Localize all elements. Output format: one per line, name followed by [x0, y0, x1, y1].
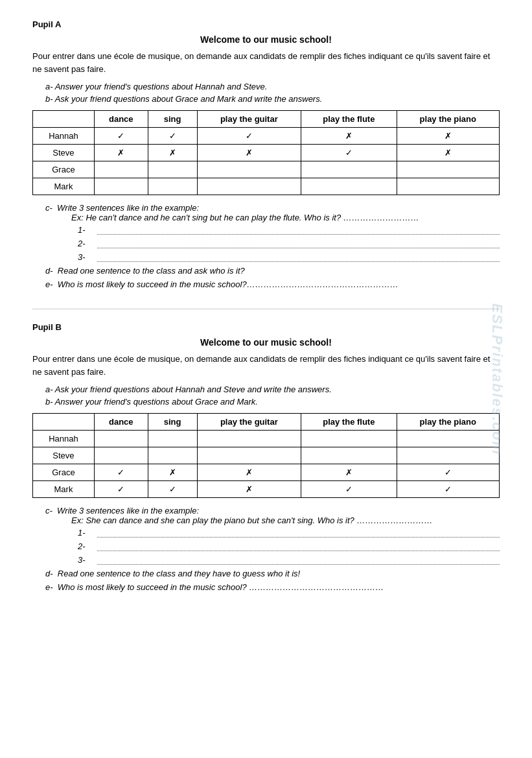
col-header-flute-b: play the flute	[301, 414, 397, 431]
row-b-mark-piano: ✓	[397, 481, 499, 498]
section-divider	[32, 309, 500, 309]
row-b-hannah-name: Hannah	[33, 431, 95, 447]
row-a-grace-sing	[148, 161, 197, 178]
row-a-grace-guitar	[197, 161, 301, 178]
task-b-c: c- Write 3 sentences like in the example…	[45, 506, 500, 565]
row-a-hannah-dance: ✓	[94, 128, 148, 145]
task-b-c-label: c- Write 3 sentences like in the example…	[45, 506, 199, 515]
pupil-a-tasks: c- Write 3 sentences like in the example…	[32, 203, 500, 289]
table-row-b-grace: Grace ✓ ✗ ✗ ✗ ✓	[33, 464, 500, 481]
row-b-hannah-piano	[397, 431, 499, 447]
row-b-steve-name: Steve	[33, 447, 95, 464]
table-row-b-steve: Steve	[33, 447, 500, 464]
row-b-grace-name: Grace	[33, 464, 95, 481]
row-a-grace-flute	[301, 161, 397, 178]
row-a-mark-piano	[397, 178, 499, 195]
row-a-hannah-name: Hannah	[33, 128, 95, 145]
task-a-c-line3: 3-	[78, 252, 500, 262]
table-row-b-mark: Mark ✓ ✓ ✗ ✓ ✓	[33, 481, 500, 498]
row-a-grace-piano	[397, 161, 499, 178]
instruction-b2: b- Answer your friend's questions about …	[45, 397, 500, 407]
row-a-mark-dance	[94, 178, 148, 195]
instruction-b2-letter: b-	[45, 397, 53, 407]
pupil-b-label: Pupil B	[32, 322, 500, 332]
pupil-b-section: Pupil B Welcome to our music school! Pou…	[32, 322, 500, 592]
pupil-a-label: Pupil A	[32, 19, 500, 29]
task-b-d: d- Read one sentence to the class and th…	[45, 569, 500, 578]
task-a-c-lines: 1- 2- 3-	[45, 225, 500, 262]
task-b-e: e- Who is most likely to succeed in the …	[45, 582, 500, 592]
row-b-grace-sing: ✗	[148, 464, 197, 481]
row-b-grace-piano: ✓	[397, 464, 499, 481]
col-header-guitar-b: play the guitar	[197, 414, 301, 431]
row-a-steve-sing: ✗	[148, 145, 197, 161]
row-b-mark-flute: ✓	[301, 481, 397, 498]
task-a-c-line2: 2-	[78, 239, 500, 248]
row-b-steve-guitar	[197, 447, 301, 464]
col-header-sing-b: sing	[148, 414, 197, 431]
task-a-d: d- Read one sentence to the class and as…	[45, 266, 500, 276]
row-a-mark-flute	[301, 178, 397, 195]
task-b-c-line3: 3-	[78, 555, 500, 565]
task-b-c-line2: 2-	[78, 541, 500, 551]
instruction-b1: a- Ask your friend questions about Hanna…	[45, 385, 500, 394]
table-row-a-grace: Grace	[33, 161, 500, 178]
row-b-mark-name: Mark	[33, 481, 95, 498]
pupil-b-instructions: a- Ask your friend questions about Hanna…	[32, 385, 500, 407]
pupil-b-tasks: c- Write 3 sentences like in the example…	[32, 506, 500, 592]
row-a-mark-guitar	[197, 178, 301, 195]
row-b-hannah-sing	[148, 431, 197, 447]
table-row-a-mark: Mark	[33, 178, 500, 195]
row-b-mark-dance: ✓	[94, 481, 148, 498]
row-b-hannah-dance	[94, 431, 148, 447]
task-a-c-line1: 1-	[78, 225, 500, 235]
task-a-c: c- Write 3 sentences like in the example…	[45, 203, 500, 262]
pupil-a-instructions: a- Answer your friend's questions about …	[32, 82, 500, 104]
instruction-b2-text: Answer your friend's questions about Gra…	[55, 397, 258, 407]
col-header-piano-a: play the piano	[397, 111, 499, 128]
table-row-a-hannah: Hannah ✓ ✓ ✓ ✗ ✗	[33, 128, 500, 145]
row-a-grace-dance	[94, 161, 148, 178]
task-a-c-label: c- Write 3 sentences like in the example…	[45, 203, 199, 213]
row-a-steve-dance: ✗	[94, 145, 148, 161]
col-header-piano-b: play the piano	[397, 414, 499, 431]
col-header-flute-a: play the flute	[301, 111, 397, 128]
col-header-name-a	[33, 111, 95, 128]
instruction-a2-letter: b-	[45, 94, 53, 104]
row-b-mark-sing: ✓	[148, 481, 197, 498]
row-a-steve-flute: ✓	[301, 145, 397, 161]
row-b-mark-guitar: ✗	[197, 481, 301, 498]
table-row-b-hannah: Hannah	[33, 431, 500, 447]
instruction-a2-text: Ask your friend questions about Grace an…	[55, 94, 323, 104]
table-row-a-steve: Steve ✗ ✗ ✗ ✓ ✗	[33, 145, 500, 161]
col-header-sing-a: sing	[148, 111, 197, 128]
row-b-grace-flute: ✗	[301, 464, 397, 481]
instruction-a2: b- Ask your friend questions about Grace…	[45, 94, 500, 104]
col-header-dance-b: dance	[94, 414, 148, 431]
pupil-b-title: Welcome to our music school!	[32, 337, 500, 348]
pupil-a-title: Welcome to our music school!	[32, 34, 500, 45]
instruction-a1-letter: a-	[45, 82, 53, 91]
row-a-hannah-flute: ✗	[301, 128, 397, 145]
row-a-hannah-sing: ✓	[148, 128, 197, 145]
instruction-a1: a- Answer your friend's questions about …	[45, 82, 500, 91]
row-b-steve-sing	[148, 447, 197, 464]
row-a-mark-name: Mark	[33, 178, 95, 195]
row-b-hannah-flute	[301, 431, 397, 447]
task-b-c-lines: 1- 2- 3-	[45, 528, 500, 565]
pupil-a-intro: Pour entrer dans une école de musique, o…	[32, 50, 500, 75]
row-a-steve-guitar: ✗	[197, 145, 301, 161]
row-b-steve-piano	[397, 447, 499, 464]
row-a-steve-name: Steve	[33, 145, 95, 161]
row-a-steve-piano: ✗	[397, 145, 499, 161]
pupil-a-table: dance sing play the guitar play the flut…	[32, 110, 500, 195]
task-b-c-line1: 1-	[78, 528, 500, 538]
row-b-hannah-guitar	[197, 431, 301, 447]
row-a-mark-sing	[148, 178, 197, 195]
pupil-b-intro: Pour entrer dans une école de musique, o…	[32, 353, 500, 378]
row-b-steve-dance	[94, 447, 148, 464]
row-a-hannah-piano: ✗	[397, 128, 499, 145]
col-header-guitar-a: play the guitar	[197, 111, 301, 128]
instruction-a1-text: Answer your friend's questions about Han…	[55, 82, 268, 91]
pupil-a-section: Pupil A Welcome to our music school! Pou…	[32, 19, 500, 289]
